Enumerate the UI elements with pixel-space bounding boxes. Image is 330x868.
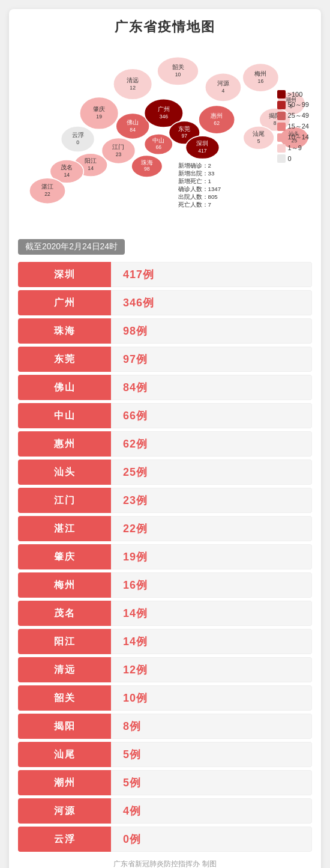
table-row: 惠州 62例 bbox=[18, 431, 312, 457]
legend-color-15to24 bbox=[277, 123, 286, 131]
map-container: 韶关 10 清远 12 河源 4 梅州 16 潮州 bbox=[18, 42, 312, 210]
legend-label-100plus: >100 bbox=[288, 91, 303, 98]
svg-text:66: 66 bbox=[155, 144, 161, 150]
legend-color-25to49 bbox=[277, 112, 286, 120]
legend-label-25to49: 25～49 bbox=[288, 111, 309, 120]
table-row: 阳江 14例 bbox=[18, 629, 312, 654]
city-count-foshan: 84例 bbox=[111, 375, 312, 400]
table-row: 肇庆 19例 bbox=[18, 544, 312, 569]
city-count-qingyuan: 12例 bbox=[111, 657, 312, 682]
legend-color-100plus bbox=[277, 90, 286, 99]
svg-text:16: 16 bbox=[258, 78, 264, 84]
legend-label-0: 0 bbox=[288, 155, 292, 162]
city-name-meizhou: 梅州 bbox=[18, 572, 111, 598]
table-row: 茂名 14例 bbox=[18, 601, 312, 626]
city-name-zhuhai: 珠海 bbox=[18, 318, 111, 344]
table-row: 清远 12例 bbox=[18, 657, 312, 682]
svg-text:417: 417 bbox=[198, 148, 207, 154]
city-list: 深圳 417例 广州 346例 珠海 98例 东莞 97例 佛山 84例 中山 … bbox=[18, 262, 312, 852]
svg-text:新增出院：33: 新增出院：33 bbox=[178, 170, 215, 177]
city-name-yangjiang: 阳江 bbox=[18, 629, 111, 654]
table-row: 东莞 97例 bbox=[18, 347, 312, 372]
main-card: 广东省疫情地图 韶关 10 清远 12 河源 bbox=[9, 9, 321, 868]
city-count-zhongshan: 66例 bbox=[111, 403, 312, 428]
city-name-zhongshan: 中山 bbox=[18, 403, 111, 428]
city-name-foshan: 佛山 bbox=[18, 375, 111, 400]
svg-text:346: 346 bbox=[160, 114, 169, 120]
svg-text:清远: 清远 bbox=[127, 77, 139, 83]
svg-text:22: 22 bbox=[44, 191, 50, 197]
city-count-zhanjiang: 22例 bbox=[111, 516, 312, 541]
city-name-shenzhen: 深圳 bbox=[18, 262, 111, 287]
city-name-jiangmen: 江门 bbox=[18, 488, 111, 513]
legend-color-50to99 bbox=[277, 101, 286, 109]
svg-text:98: 98 bbox=[144, 166, 150, 172]
city-name-qingyuan: 清远 bbox=[18, 657, 111, 682]
svg-text:确诊人数：1347: 确诊人数：1347 bbox=[178, 186, 221, 192]
svg-text:茂名: 茂名 bbox=[61, 164, 73, 171]
city-name-shanwei: 汕尾 bbox=[18, 742, 111, 767]
city-count-zhaoqing: 19例 bbox=[111, 544, 312, 569]
legend-item-1to9: 1～9 bbox=[277, 144, 309, 153]
svg-text:8: 8 bbox=[274, 120, 277, 126]
svg-text:深圳: 深圳 bbox=[196, 140, 208, 147]
svg-text:江门: 江门 bbox=[112, 144, 124, 150]
city-count-dongguan: 97例 bbox=[111, 347, 312, 372]
svg-text:死亡人数：7: 死亡人数：7 bbox=[178, 201, 211, 208]
svg-text:5: 5 bbox=[257, 138, 260, 144]
table-row: 广州 346例 bbox=[18, 290, 312, 315]
table-row: 潮州 5例 bbox=[18, 770, 312, 795]
city-count-chaozhou: 5例 bbox=[111, 770, 312, 795]
svg-text:0: 0 bbox=[76, 139, 79, 145]
svg-text:12: 12 bbox=[130, 85, 136, 91]
map-svg: 韶关 10 清远 12 河源 4 梅州 16 潮州 bbox=[18, 42, 312, 210]
city-name-shaoguan: 韶关 bbox=[18, 685, 111, 711]
page-title: 广东省疫情地图 bbox=[18, 18, 312, 36]
legend-label-15to24: 15～24 bbox=[288, 122, 309, 131]
city-name-shantou: 汕头 bbox=[18, 460, 111, 485]
city-name-jieyang: 揭阳 bbox=[18, 714, 111, 739]
city-name-heyuan: 河源 bbox=[18, 798, 111, 824]
table-row: 汕头 25例 bbox=[18, 460, 312, 485]
table-row: 深圳 417例 bbox=[18, 262, 312, 287]
city-name-yunfu: 云浮 bbox=[18, 827, 111, 852]
svg-text:湛江: 湛江 bbox=[41, 183, 53, 190]
table-row: 梅州 16例 bbox=[18, 572, 312, 598]
map-section: 韶关 10 清远 12 河源 4 梅州 16 潮州 bbox=[18, 42, 312, 228]
svg-text:河源: 河源 bbox=[217, 80, 229, 86]
city-count-guangzhou: 346例 bbox=[111, 290, 312, 315]
svg-text:新增死亡：1: 新增死亡：1 bbox=[178, 178, 211, 184]
svg-text:肇庆: 肇庆 bbox=[93, 106, 105, 112]
table-row: 佛山 84例 bbox=[18, 375, 312, 400]
svg-text:19: 19 bbox=[96, 114, 102, 120]
svg-text:10: 10 bbox=[175, 71, 181, 77]
svg-text:新增确诊：2: 新增确诊：2 bbox=[178, 162, 211, 169]
city-name-huizhou: 惠州 bbox=[18, 431, 111, 457]
svg-text:广州: 广州 bbox=[158, 106, 170, 112]
city-count-yunfu: 0例 bbox=[111, 827, 312, 852]
city-count-maoming: 14例 bbox=[111, 601, 312, 626]
city-count-shaoguan: 10例 bbox=[111, 685, 312, 711]
footer-text: 广东省新冠肺炎防控指挥办 制图 bbox=[18, 858, 312, 868]
legend-item-25to49: 25～49 bbox=[277, 111, 309, 120]
date-badge: 截至2020年2月24日24时 bbox=[18, 239, 125, 255]
legend-label-1to9: 1～9 bbox=[288, 144, 302, 153]
city-count-jiangmen: 23例 bbox=[111, 488, 312, 513]
city-count-jieyang: 8例 bbox=[111, 714, 312, 739]
city-name-guangzhou: 广州 bbox=[18, 290, 111, 315]
map-legend: >100 50～99 25～49 15～24 10～14 bbox=[277, 90, 309, 163]
legend-item-10to14: 10～14 bbox=[277, 133, 309, 142]
svg-text:阳江: 阳江 bbox=[85, 157, 97, 164]
svg-text:惠州: 惠州 bbox=[210, 112, 223, 119]
svg-text:汕尾: 汕尾 bbox=[253, 130, 265, 137]
city-name-chaozhou: 潮州 bbox=[18, 770, 111, 795]
table-row: 揭阳 8例 bbox=[18, 714, 312, 739]
svg-text:佛山: 佛山 bbox=[127, 119, 139, 126]
city-name-maoming: 茂名 bbox=[18, 601, 111, 626]
legend-item-0: 0 bbox=[277, 154, 309, 163]
legend-label-50to99: 50～99 bbox=[288, 100, 309, 109]
city-name-dongguan: 东莞 bbox=[18, 347, 111, 372]
svg-text:14: 14 bbox=[88, 165, 94, 171]
city-count-shanwei: 5例 bbox=[111, 742, 312, 767]
svg-text:云浮: 云浮 bbox=[72, 132, 84, 138]
